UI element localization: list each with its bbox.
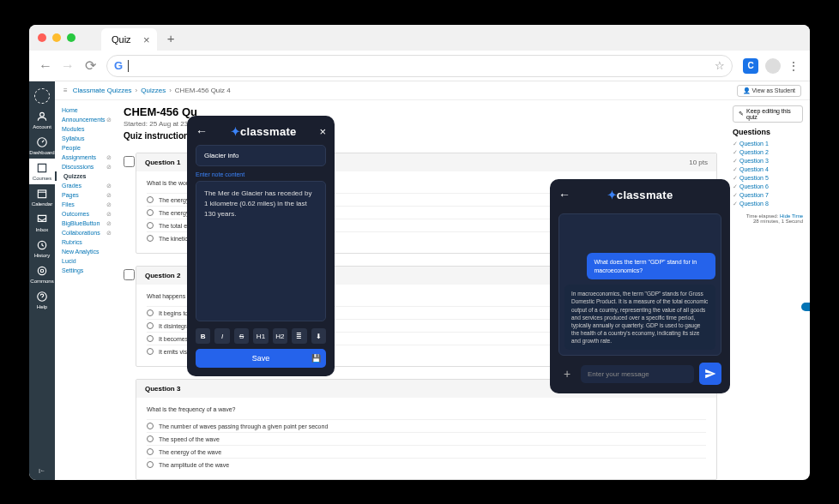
forward-button[interactable]: → [62,58,74,74]
extension-classmate-icon[interactable]: C [743,58,758,74]
google-icon: G [114,59,123,72]
popup-close-button[interactable]: × [319,125,326,138]
rail-history[interactable]: History [34,236,51,261]
h2-button[interactable]: H2 [273,328,287,344]
nav-bbb[interactable]: BigBlueButton⊘ [55,219,115,228]
nav-home[interactable]: Home [55,105,115,115]
chat-assistant-message: In macroeconomics, the term "GDP" stands… [564,285,715,350]
h1-button[interactable]: H1 [253,328,268,344]
question-3-prompt: What is the frequency of a wave? [147,406,706,412]
nav-assignments[interactable]: Assignments⊘ [55,153,115,162]
note-content-textarea[interactable]: The Mer de Glacier has receded by 1 kilo… [196,181,326,321]
sidebar-question-6-link[interactable]: Question 6 [733,183,803,191]
rail-account[interactable]: Account [33,107,51,133]
rail-help[interactable]: Help [36,287,48,313]
nav-grades[interactable]: Grades⊘ [55,181,115,190]
nav-lucid[interactable]: Lucid [55,256,115,266]
crumb-course[interactable]: Classmate Quizzes [73,87,132,94]
bookmark-icon[interactable]: ☆ [715,59,725,72]
nav-collaborations[interactable]: Collaborations⊘ [55,228,115,237]
q3-option-1-radio[interactable] [147,423,154,429]
nav-quizzes[interactable]: Quizzes [55,171,115,181]
rail-calendar[interactable]: Calendar [32,184,52,210]
rail-inbox[interactable]: Inbox [36,210,49,236]
classmate-chat-popup: ← ✦classmate What does the term "GDP" st… [550,179,730,393]
chat-input[interactable]: Enter your message [581,365,694,383]
q3-option-2-radio[interactable] [147,435,154,442]
sidebar-question-4-link[interactable]: Question 4 [733,165,803,174]
nav-settings[interactable]: Settings [55,266,115,275]
maximize-window-button[interactable] [67,33,75,42]
svg-rect-2 [38,190,45,198]
list-button[interactable]: ≣ [292,328,306,344]
hamburger-icon[interactable]: ≡ [63,87,68,94]
address-bar[interactable]: G ☆ [106,55,733,77]
view-as-student-button[interactable]: 👤 View as Student [737,85,801,97]
question-1-points: 10 pts [689,159,708,166]
bold-button[interactable]: B [196,328,210,344]
classmate-logo: ✦classmate [213,125,314,138]
keep-editing-button[interactable]: ✎ Keep editing this quiz [733,105,803,123]
nav-syllabus[interactable]: Syllabus [55,134,115,143]
nav-files[interactable]: Files⊘ [55,200,115,209]
sidebar-question-1-link[interactable]: Question 1 [733,140,803,148]
q1-option-4-radio[interactable] [147,235,154,242]
chat-send-button[interactable] [699,363,721,385]
canvas-logo-icon[interactable] [34,88,50,104]
chat-attach-button[interactable]: + [558,367,576,381]
q2-option-3-radio[interactable] [147,335,154,342]
questions-header: Questions [733,128,803,136]
popup-back-button[interactable]: ← [196,124,208,138]
rail-commons[interactable]: Commons [30,261,53,287]
sidebar-question-5-link[interactable]: Question 5 [733,174,803,183]
download-button[interactable]: ⬇ [311,328,326,344]
q3-option-3-radio[interactable] [147,448,154,455]
italic-button[interactable]: I [214,328,229,344]
rail-courses[interactable]: Courses [29,159,55,184]
browser-menu-icon[interactable]: ⋮ [788,59,800,73]
nav-modules[interactable]: Modules [55,124,115,134]
question-2-flag-checkbox[interactable] [124,269,135,280]
q2-option-4-radio[interactable] [147,348,154,355]
back-button[interactable]: ← [39,58,51,74]
nav-new-analytics[interactable]: New Analytics [55,247,115,256]
browser-tab[interactable]: Quiz × [101,28,157,51]
question-1-flag-checkbox[interactable] [124,156,135,167]
sidebar-question-2-link[interactable]: Question 2 [733,148,803,157]
q2-option-2-radio[interactable] [147,322,154,329]
sidebar-question-7-link[interactable]: Question 7 [733,191,803,200]
sidebar-question-8-link[interactable]: Question 8 [733,200,803,208]
nav-rubrics[interactable]: Rubrics [55,237,115,247]
format-toolbar: B I S H1 H2 ≣ ⬇ [196,328,326,344]
note-content-label: Enter note content [196,171,326,177]
q1-option-3-radio[interactable] [147,222,154,229]
question-3-label: Question 3 [145,385,180,393]
classmate-logo: ✦classmate [576,189,704,201]
nav-outcomes[interactable]: Outcomes⊘ [55,209,115,219]
profile-avatar[interactable] [765,58,781,74]
nav-discussions[interactable]: Discussions⊘ [55,162,115,171]
nav-announcements[interactable]: Announcements⊘ [55,115,115,124]
address-bar-row: ← → ⟳ G ☆ C ⋮ [29,51,810,81]
nav-pages[interactable]: Pages⊘ [55,190,115,200]
floating-help-button[interactable] [801,303,810,311]
close-tab-icon[interactable]: × [143,33,150,46]
new-tab-button[interactable]: + [167,31,175,45]
reload-button[interactable]: ⟳ [84,57,96,74]
expand-rail-icon[interactable]: |← [39,468,45,473]
strikethrough-button[interactable]: S [234,328,249,344]
time-value: 28 minutes, 1 Second [753,219,803,224]
q2-option-1-radio[interactable] [147,309,154,316]
close-window-button[interactable] [38,33,46,42]
save-button[interactable]: Save💾 [196,349,326,368]
chat-back-button[interactable]: ← [558,188,570,201]
note-title-input[interactable]: Glacier info [196,145,326,166]
q1-option-2-radio[interactable] [147,209,154,216]
rail-dashboard[interactable]: Dashboard [29,133,54,159]
sidebar-question-3-link[interactable]: Question 3 [733,157,803,165]
q1-option-1-radio[interactable] [147,196,154,203]
crumb-quizzes[interactable]: Quizzes [141,87,166,94]
minimize-window-button[interactable] [52,33,61,42]
nav-people[interactable]: People [55,143,115,153]
q3-option-4-radio[interactable] [147,461,154,468]
